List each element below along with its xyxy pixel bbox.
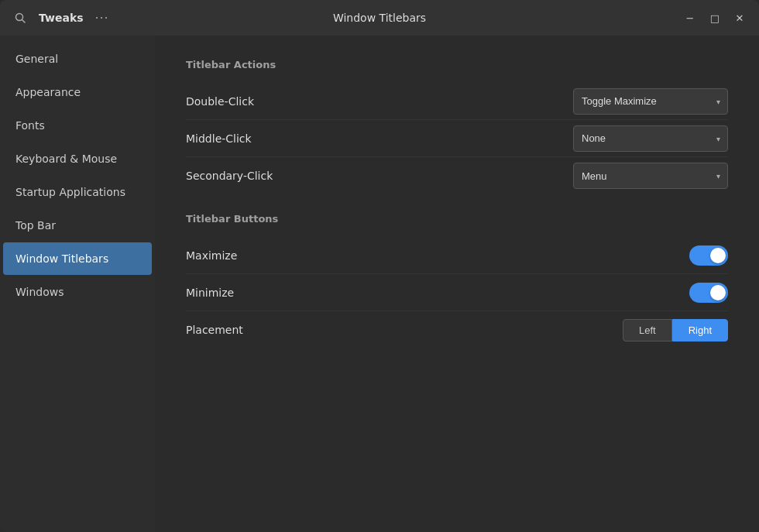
menu-button[interactable]: ···	[91, 7, 113, 29]
app-title: Tweaks	[39, 12, 84, 24]
minimize-toggle[interactable]	[689, 283, 728, 303]
placement-group: Left Right	[623, 319, 728, 342]
minimize-toggle-track	[689, 283, 728, 303]
middle-click-select[interactable]: None Toggle Maximize Toggle Shade Minimi…	[573, 125, 728, 152]
middle-click-label: Middle-Click	[186, 132, 252, 145]
maximize-label: Maximize	[186, 249, 237, 262]
middle-click-row: Middle-Click None Toggle Maximize Toggle…	[186, 120, 728, 157]
title-bar-left: Tweaks ···	[9, 7, 113, 29]
sidebar-item-keyboard-mouse[interactable]: Keyboard & Mouse	[3, 142, 152, 175]
titlebar-buttons-section: Titlebar Buttons Maximize Minimize	[186, 213, 728, 348]
sidebar-item-label-windows: Windows	[15, 286, 64, 298]
sidebar-item-window-titlebars[interactable]: Window Titlebars	[3, 242, 152, 275]
sidebar-item-label-appearance: Appearance	[15, 86, 81, 98]
section-title-buttons: Titlebar Buttons	[186, 213, 728, 225]
secondary-click-select[interactable]: Menu None Toggle Maximize Lower Minimize	[573, 163, 728, 189]
secondary-click-row: Secondary-Click Menu None Toggle Maximiz…	[186, 157, 728, 194]
double-click-label: Double-Click	[186, 95, 254, 108]
double-click-select[interactable]: Toggle Maximize Toggle Shade Minimize No…	[573, 88, 728, 115]
double-click-dropdown-wrapper: Toggle Maximize Toggle Shade Minimize No…	[573, 88, 728, 115]
titlebar-actions-section: Titlebar Actions Double-Click Toggle Max…	[186, 59, 728, 194]
minimize-button[interactable]: −	[680, 8, 700, 28]
sidebar: General Appearance Fonts Keyboard & Mous…	[0, 36, 155, 532]
maximize-toggle[interactable]	[689, 245, 728, 266]
app-window: Tweaks ··· Window Titlebars − □ ✕ Genera…	[0, 0, 759, 532]
sidebar-item-top-bar[interactable]: Top Bar	[3, 209, 152, 242]
sidebar-item-label-fonts: Fonts	[15, 119, 45, 132]
close-button[interactable]: ✕	[730, 8, 750, 28]
sidebar-item-appearance[interactable]: Appearance	[3, 76, 152, 108]
sidebar-item-general[interactable]: General	[3, 43, 152, 75]
maximize-row: Maximize	[186, 237, 728, 274]
secondary-click-dropdown-wrapper: Menu None Toggle Maximize Lower Minimize…	[573, 163, 728, 189]
sidebar-item-label-general: General	[15, 53, 58, 65]
sidebar-item-windows[interactable]: Windows	[3, 276, 152, 308]
placement-left-button[interactable]: Left	[623, 319, 672, 342]
main-layout: General Appearance Fonts Keyboard & Mous…	[0, 36, 759, 532]
content-area: Titlebar Actions Double-Click Toggle Max…	[155, 36, 759, 532]
middle-click-dropdown-wrapper: None Toggle Maximize Toggle Shade Minimi…	[573, 125, 728, 152]
minimize-label: Minimize	[186, 287, 234, 299]
minimize-toggle-thumb	[710, 285, 726, 300]
window-title: Window Titlebars	[333, 12, 426, 24]
search-button[interactable]	[9, 7, 31, 29]
secondary-click-label: Secondary-Click	[186, 170, 273, 182]
svg-line-1	[22, 20, 26, 23]
sidebar-item-startup-applications[interactable]: Startup Applications	[3, 176, 152, 208]
window-controls: − □ ✕	[680, 8, 750, 28]
minimize-row: Minimize	[186, 274, 728, 311]
maximize-toggle-track	[689, 245, 728, 266]
sidebar-item-label-startup-applications: Startup Applications	[15, 186, 125, 198]
maximize-toggle-thumb	[710, 248, 726, 263]
sidebar-item-label-window-titlebars: Window Titlebars	[15, 252, 108, 265]
section-title-actions: Titlebar Actions	[186, 59, 728, 70]
maximize-button[interactable]: □	[705, 8, 725, 28]
sidebar-item-fonts[interactable]: Fonts	[3, 109, 152, 142]
title-bar: Tweaks ··· Window Titlebars − □ ✕	[0, 0, 759, 36]
placement-label: Placement	[186, 324, 243, 336]
placement-row: Placement Left Right	[186, 311, 728, 348]
double-click-row: Double-Click Toggle Maximize Toggle Shad…	[186, 83, 728, 120]
sidebar-item-label-keyboard-mouse: Keyboard & Mouse	[15, 153, 117, 165]
placement-right-button[interactable]: Right	[672, 319, 728, 342]
sidebar-item-label-top-bar: Top Bar	[15, 219, 56, 232]
